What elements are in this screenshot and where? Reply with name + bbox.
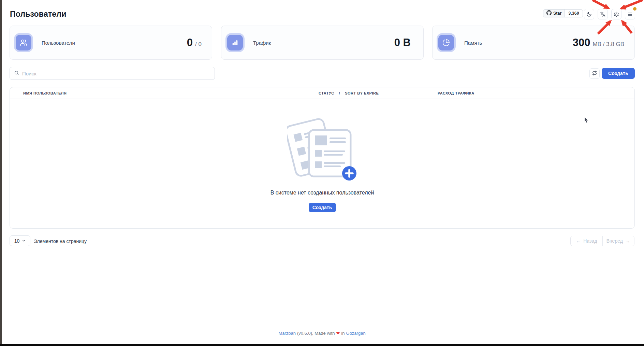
stat-value: 0 B <box>394 37 411 49</box>
arrow-left-icon: ← <box>576 238 581 244</box>
stat-label: Трафик <box>253 40 394 46</box>
create-user-button[interactable]: Создать <box>602 68 635 79</box>
marzban-link[interactable]: Marzban <box>278 331 296 336</box>
column-header-status[interactable]: СТАТУС <box>319 87 334 99</box>
heart-icon: ❤ <box>336 331 340 336</box>
github-star-button[interactable]: Star <box>543 10 565 17</box>
users-table: ИМЯ ПОЛЬЗОВАТЕЛЯ СТАТУС / SORT BY EXPIRE… <box>10 87 635 229</box>
gear-icon <box>614 12 619 17</box>
chevron-down-icon <box>22 238 26 244</box>
column-header-traffic: РАСХОД ТРАФИКА <box>438 87 474 99</box>
prev-page-label: Назад <box>583 238 597 244</box>
next-page-label: Вперед <box>606 238 623 244</box>
refresh-button[interactable] <box>589 68 600 79</box>
moon-icon <box>586 12 592 17</box>
translate-icon <box>600 12 605 17</box>
search-box[interactable] <box>10 67 215 80</box>
footer-version-text: (v0.6.0), Made with <box>297 331 335 336</box>
dark-mode-button[interactable] <box>584 9 594 19</box>
github-star-count[interactable]: 3,360 <box>565 10 582 17</box>
hamburger-icon <box>627 12 633 17</box>
stat-value: 300 <box>573 37 590 49</box>
column-header-separator: / <box>339 87 340 99</box>
refresh-icon <box>592 71 597 76</box>
search-icon <box>14 70 19 77</box>
menu-button[interactable] <box>625 9 635 19</box>
window-left-edge <box>0 0 2 346</box>
stat-card-traffic: Трафик 0 B <box>221 26 424 60</box>
prev-page-button[interactable]: ← Назад <box>571 236 602 246</box>
window-bottom-edge <box>0 344 644 346</box>
github-star-label: Star <box>553 11 561 16</box>
empty-state-create-button[interactable]: Создать <box>309 203 336 212</box>
page-size-select[interactable]: 10 <box>10 235 30 246</box>
settings-button[interactable] <box>611 9 621 19</box>
plus-circle-icon <box>342 166 356 181</box>
search-input[interactable] <box>22 71 210 76</box>
github-star-widget[interactable]: Star 3,360 <box>543 9 583 17</box>
stat-label: Пользователи <box>42 40 187 46</box>
stat-card-users: Пользователи 0 / 0 <box>10 26 212 60</box>
stat-label: Память <box>464 40 573 46</box>
stat-suffix: / 0 <box>195 41 202 48</box>
pagination-buttons: ← Назад Вперед → <box>570 236 634 246</box>
arrow-right-icon: → <box>626 238 630 244</box>
page-size-value: 10 <box>14 238 20 244</box>
page-title: Пользователи <box>10 10 67 19</box>
github-icon <box>546 10 552 16</box>
stat-value: 0 <box>187 37 193 49</box>
footer-in-word: in <box>341 331 345 336</box>
footer: Marzban (v0.6.0), Made with ❤ in Gozarga… <box>0 331 644 336</box>
per-page-label: Элементов на страницу <box>34 239 87 244</box>
column-header-status-expire[interactable]: СТАТУС / SORT BY EXPIRE <box>319 87 379 99</box>
column-header-username[interactable]: ИМЯ ПОЛЬЗОВАТЕЛЯ <box>23 87 67 99</box>
gozargah-link[interactable]: Gozargah <box>346 331 366 336</box>
users-icon <box>16 35 31 51</box>
traffic-icon <box>227 35 243 51</box>
language-button[interactable] <box>598 9 608 19</box>
empty-state-message: В системе нет созданных пользователей <box>10 190 634 196</box>
memory-icon <box>438 35 454 51</box>
stat-suffix: MB / 3.8 GB <box>592 41 624 48</box>
marzban-users-page: { "page_title": "Пользователи", "topbar"… <box>0 0 644 346</box>
notification-dot <box>633 7 636 11</box>
empty-state-illustration <box>287 118 360 182</box>
column-header-sort-expire[interactable]: SORT BY EXPIRE <box>345 87 379 99</box>
table-header-row: ИМЯ ПОЛЬЗОВАТЕЛЯ СТАТУС / SORT BY EXPIRE… <box>10 87 634 99</box>
next-page-button[interactable]: Вперед → <box>602 236 634 246</box>
stat-card-memory: Память 300 MB / 3.8 GB <box>432 26 635 60</box>
